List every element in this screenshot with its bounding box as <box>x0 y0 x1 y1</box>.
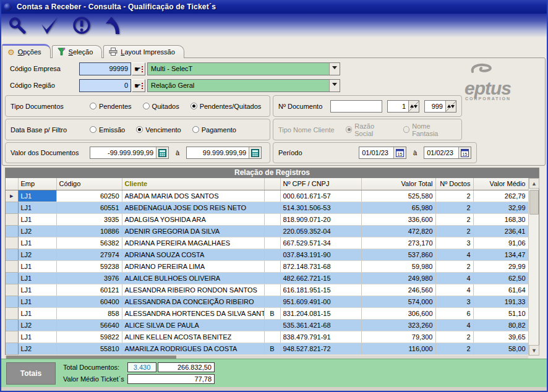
tab-layout-impressao[interactable]: Layout Impressão <box>103 45 184 58</box>
cell[interactable]: 2 <box>435 190 473 202</box>
cell[interactable]: 273,170 <box>361 237 435 249</box>
cell[interactable]: 323,260 <box>361 319 435 331</box>
tab-selecao[interactable]: Seleção <box>52 45 103 58</box>
periodo-from-input[interactable]: 01/01/23 15 <box>359 147 406 159</box>
cell[interactable]: 818.909.071-20 <box>280 213 361 225</box>
cell[interactable]: LJ1 <box>18 296 56 307</box>
cell[interactable]: ALESSANDRA HORTENCES DA SILVA SANTOS <box>122 307 264 319</box>
calculator-icon[interactable] <box>249 147 261 158</box>
cell[interactable]: ADALGISA YOSHIDA ARA <box>122 213 264 225</box>
cell[interactable]: 29,99 <box>473 260 528 272</box>
table-row[interactable]: LJ160400ALESSANDRA DA CONCEIÇÃO RIBEIRO9… <box>6 296 528 307</box>
cell[interactable]: LJ1 <box>18 237 56 249</box>
cell[interactable] <box>264 296 280 307</box>
cell[interactable]: 2 <box>435 213 473 225</box>
cell[interactable] <box>264 331 280 343</box>
cell[interactable]: 39,65 <box>473 331 528 343</box>
radio-quitados[interactable]: Quitados <box>143 103 179 110</box>
cell[interactable]: ALINE KELLEN ACOSTA BENITEZ <box>122 331 264 343</box>
cell[interactable]: 60250 <box>56 190 122 202</box>
cell[interactable]: 56382 <box>56 237 122 249</box>
table-row[interactable]: LJ160121ALESANDRA RIBEIRO RONDON SANTOS6… <box>6 284 528 296</box>
radio-pagamento[interactable]: Pagamento <box>192 126 236 134</box>
col-valor-total[interactable]: Valor Total <box>361 178 435 190</box>
spin-arrows-icon[interactable] <box>445 101 456 112</box>
codigo-empresa-lookup-button[interactable]: ☛ <box>132 62 145 75</box>
cell[interactable]: LJ2 <box>18 343 56 354</box>
cell[interactable]: AMARILZA RODRIGUES DA COSTA <box>122 343 264 354</box>
cell[interactable]: 10886 <box>56 225 122 237</box>
cell[interactable]: LJ1 <box>18 260 56 272</box>
cell[interactable]: LJ2 <box>18 249 56 260</box>
cell[interactable]: LJ1 <box>18 202 56 213</box>
cell[interactable]: ADRIANA SOUZA COSTA <box>122 249 264 260</box>
cell[interactable]: 616.181.951-15 <box>280 284 361 296</box>
cell[interactable] <box>264 249 280 260</box>
cell[interactable]: LJ1 <box>18 307 56 319</box>
cell[interactable]: 514.301.506-53 <box>280 202 361 213</box>
cell[interactable]: 2 <box>435 343 473 354</box>
cell[interactable]: 246,560 <box>361 284 435 296</box>
cell[interactable]: ADRIANO PEREIRA LIMA <box>122 260 264 272</box>
cell[interactable] <box>264 272 280 284</box>
col-valor-medio[interactable]: Valor Médio <box>473 178 528 190</box>
cell[interactable]: 831.204.081-15 <box>280 307 361 319</box>
cell[interactable]: 2 <box>435 202 473 213</box>
cell[interactable]: 306,600 <box>361 307 435 319</box>
table-row[interactable]: LJ256640ALICE SILVA DE PAULA535.361.421-… <box>6 319 528 331</box>
spin-arrows-icon[interactable] <box>408 101 419 112</box>
table-row[interactable]: LJ156382ADRIANA PEREIRA MAGALHAES667.529… <box>6 237 528 249</box>
cell[interactable]: 000.601.671-57 <box>280 190 361 202</box>
cell[interactable]: 60551 <box>56 202 122 213</box>
cell[interactable]: 236,41 <box>473 225 528 237</box>
cell[interactable]: LJ1 <box>18 331 56 343</box>
radio-vencimento[interactable]: Vencimento <box>136 126 181 134</box>
cell[interactable]: 59822 <box>56 331 122 343</box>
cell[interactable]: 336,600 <box>361 213 435 225</box>
cell[interactable]: 872.148.731-68 <box>280 260 361 272</box>
cell[interactable]: 91,06 <box>473 237 528 249</box>
codigo-empresa-input[interactable]: 99999 <box>79 62 131 75</box>
table-row[interactable]: LJ13976ALAILCE BULHOES OLIVEIRA482.662.7… <box>6 272 528 284</box>
cell[interactable]: 951.609.491-00 <box>280 296 361 307</box>
cell[interactable]: LJ2 <box>18 225 56 237</box>
scroll-down-button[interactable]: ▼ <box>529 345 539 356</box>
cell[interactable]: LJ2 <box>18 319 56 331</box>
cell[interactable] <box>264 237 280 249</box>
cell[interactable]: 191,33 <box>473 296 528 307</box>
cell[interactable]: 482.662.721-15 <box>280 272 361 284</box>
radio-pendentes-quitados[interactable]: Pendentes/Quitados <box>191 103 262 110</box>
cell[interactable]: 65,980 <box>361 202 435 213</box>
cell[interactable]: 58,00 <box>473 343 528 354</box>
cell[interactable]: 3935 <box>56 213 122 225</box>
codigo-regiao-combo[interactable]: Relação Geral <box>147 79 340 92</box>
confirm-button[interactable] <box>38 16 61 36</box>
cell[interactable]: 60400 <box>56 296 122 307</box>
vertical-scrollbar[interactable]: ▲ ▼ <box>528 178 539 356</box>
search-button[interactable] <box>6 16 28 36</box>
doc-from-spinner[interactable]: 1 <box>387 100 419 113</box>
col-num-doctos[interactable]: Nº Doctos <box>435 178 473 190</box>
calendar-icon[interactable]: 15 <box>393 147 406 158</box>
cell[interactable]: ALAILCE BULHOES OLIVEIRA <box>122 272 264 284</box>
cell[interactable]: 56640 <box>56 319 122 331</box>
cell[interactable]: ABADIA MARIA DOS SANTOS <box>122 190 264 202</box>
col-emp[interactable]: Emp <box>18 178 56 190</box>
scroll-up-button[interactable]: ▲ <box>529 178 539 189</box>
cell[interactable]: 3 <box>435 296 473 307</box>
cell[interactable]: B <box>264 307 280 319</box>
cell[interactable]: 667.529.571-34 <box>280 237 361 249</box>
cell[interactable]: 59238 <box>56 260 122 272</box>
cell[interactable] <box>264 260 280 272</box>
cell[interactable]: 537,860 <box>361 249 435 260</box>
cell[interactable]: LJ1 <box>18 284 56 296</box>
cell[interactable]: 220.059.352-04 <box>280 225 361 237</box>
cell[interactable]: 59,980 <box>361 260 435 272</box>
cell[interactable]: ALESANDRA RIBEIRO RONDON SANTOS <box>122 284 264 296</box>
table-row[interactable]: LJ210886ADENIR GREGORIA DA SILVA220.059.… <box>6 225 528 237</box>
cell[interactable] <box>264 190 280 202</box>
cell[interactable]: 55810 <box>56 343 122 354</box>
table-row[interactable]: LJ227974ADRIANA SOUZA COSTA037.843.191-9… <box>6 249 528 260</box>
valor-from-input[interactable]: -99.999.999,99 <box>90 147 169 159</box>
cell[interactable]: 262,79 <box>473 190 528 202</box>
